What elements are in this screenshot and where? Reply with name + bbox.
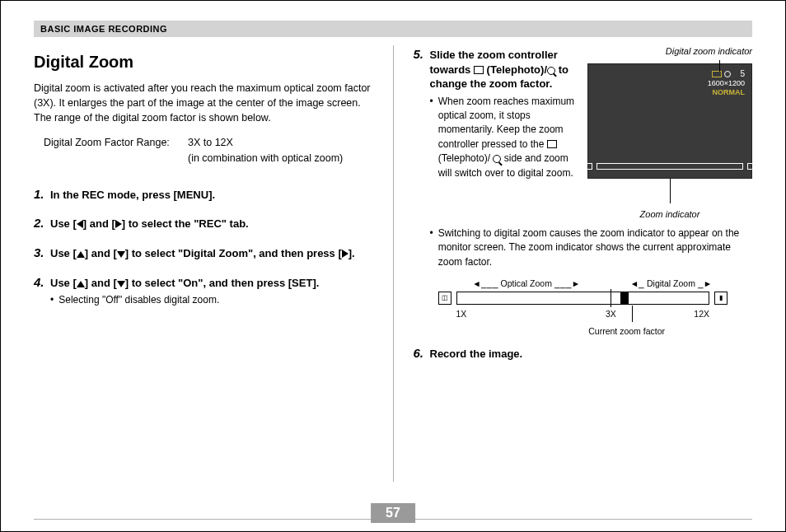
optical-zoom-label: ◄⎯⎯⎯ Optical Zoom ⎯⎯⎯► — [438, 278, 615, 290]
tick-3x: 3X — [606, 308, 616, 320]
current-zoom-marker — [620, 292, 629, 304]
zoom-bar — [456, 292, 710, 305]
step-text: Use [] and [] to select "On", and then p… — [50, 276, 373, 291]
tick-1x: 1X — [456, 308, 467, 320]
wide-icon — [586, 163, 592, 170]
step-number: 1. — [34, 185, 50, 203]
step-number: 5. — [414, 45, 430, 63]
tele-end-icon: ▮ — [714, 292, 728, 305]
leader-line — [670, 179, 671, 203]
factor-label: Digital Zoom Factor Range: — [44, 135, 188, 150]
telephoto-icon — [474, 66, 484, 74]
step-6: 6. Record the image. — [414, 344, 753, 362]
step-3: 3. Use [] and [] to select "Digital Zoom… — [34, 244, 373, 262]
tick-12x: 12X — [694, 308, 709, 320]
factor-value-1: 3X to 12X — [188, 135, 233, 150]
step-number: 2. — [34, 214, 50, 232]
step-5: 5. Slide the zoom controller towards (Te… — [414, 45, 580, 180]
step-4: 4. Use [] and [] to select "On", and the… — [34, 273, 373, 308]
intro-paragraph: Digital zoom is activated after you reac… — [34, 81, 373, 125]
step-text: Slide the zoom controller towards (Telep… — [430, 48, 580, 91]
telephoto-icon — [547, 140, 557, 148]
up-arrow-icon — [77, 251, 85, 258]
shot-count: 5 — [740, 69, 745, 79]
page-number: 57 — [371, 503, 415, 523]
zoom-bar-divider — [611, 289, 611, 307]
step-number: 3. — [34, 244, 50, 262]
step-text: Use [] and [] to select "Digital Zoom", … — [50, 246, 373, 261]
leader-line — [719, 60, 720, 72]
right-arrow-icon — [115, 220, 122, 228]
step-4-sub: Selecting "Off" disables digital zoom. — [50, 293, 373, 307]
resolution-text: 1600×1200 — [708, 79, 745, 88]
page-title: Digital Zoom — [34, 50, 373, 74]
digital-zoom-label: ◄⎯ Digital Zoom ⎯► — [615, 278, 728, 290]
up-arrow-icon — [77, 281, 85, 287]
left-column: Digital Zoom Digital zoom is activated a… — [34, 45, 373, 482]
step-2: 2. Use [] and [] to select the "REC" tab… — [34, 214, 373, 232]
magnifier-icon — [547, 67, 555, 75]
digital-zoom-indicator-label: Digital zoom indicator — [587, 45, 752, 58]
step-5-sub-1: When zoom reaches maximum optical zoom, … — [430, 95, 580, 180]
current-zoom-label: Current zoom factor — [588, 325, 665, 338]
step-text: In the REC mode, press [MENU]. — [50, 188, 373, 203]
right-arrow-icon — [342, 250, 349, 258]
step-5-sub-2: Switching to digital zoom causes the zoo… — [430, 226, 753, 269]
zoom-diagram: ◄⎯⎯⎯ Optical Zoom ⎯⎯⎯► ◄⎯ Digital Zoom ⎯… — [438, 278, 728, 320]
column-divider — [393, 45, 394, 482]
steps-list: 1. In the REC mode, press [MENU]. 2. Use… — [34, 185, 373, 308]
step-1: 1. In the REC mode, press [MENU]. — [34, 185, 373, 203]
page-footer: 57 — [34, 519, 752, 520]
current-zoom-leader — [632, 306, 633, 322]
step-number: 6. — [414, 344, 430, 362]
battery-icon — [712, 71, 722, 77]
step-text: Use [] and [] to select the "REC" tab. — [50, 217, 373, 231]
quality-text: NORMAL — [708, 88, 745, 97]
content-columns: Digital Zoom Digital zoom is activated a… — [34, 45, 752, 482]
zoom-bar — [597, 163, 743, 170]
section-header: BASIC IMAGE RECORDING — [34, 21, 752, 37]
zoom-indicator-label: Zoom indicator — [587, 208, 752, 222]
magnifier-icon — [493, 155, 501, 163]
wide-end-icon: ◫ — [438, 292, 451, 305]
zoom-factor-block: Digital Zoom Factor Range: 3X to 12X (in… — [44, 135, 373, 165]
zoom-indicator-icon — [724, 71, 731, 77]
down-arrow-icon — [117, 281, 125, 287]
camera-screen: 5 1600×1200 NORMAL — [587, 63, 752, 179]
camera-screen-figure: Digital zoom indicator 5 1600×1200 NORMA… — [587, 45, 752, 222]
down-arrow-icon — [117, 251, 125, 258]
left-arrow-icon — [77, 220, 83, 228]
tele-icon — [747, 163, 754, 170]
step-text: Record the image. — [430, 347, 753, 362]
step-number: 4. — [34, 273, 50, 292]
factor-value-2: (in combination with optical zoom) — [188, 151, 343, 166]
right-column: 5. Slide the zoom controller towards (Te… — [414, 45, 753, 482]
